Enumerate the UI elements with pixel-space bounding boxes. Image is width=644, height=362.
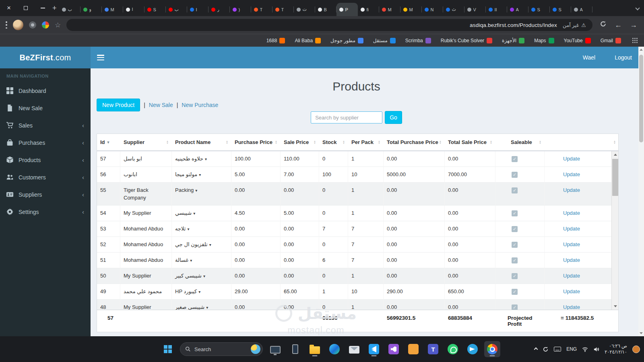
browser-tab[interactable]: V bbox=[464, 3, 486, 16]
back-button[interactable]: ← bbox=[613, 21, 623, 29]
taskbar-app-chrome[interactable] bbox=[484, 341, 500, 357]
product-dropdown-caret[interactable]: ▾ bbox=[198, 290, 200, 294]
browser-tab[interactable]: I bbox=[187, 3, 208, 16]
browser-tab[interactable]: M bbox=[102, 3, 123, 16]
saleable-checkbox[interactable]: ✓ bbox=[512, 187, 518, 193]
column-header-saleable[interactable]: Saleable▲▼ bbox=[495, 134, 545, 150]
bookmark-item[interactable]: Rubik's Cube Solver bbox=[441, 38, 492, 43]
app-logo[interactable]: BeZFirst.com bbox=[0, 47, 91, 68]
browser-tab[interactable]: T bbox=[272, 3, 294, 16]
browser-tab[interactable]: M bbox=[379, 3, 400, 16]
column-header-per_pack[interactable]: Per Pack▲▼ bbox=[348, 134, 384, 150]
table-scrollbar[interactable] bbox=[611, 151, 618, 310]
browser-tab[interactable]: ت bbox=[294, 3, 315, 16]
sidebar-item-customers[interactable]: Customers‹ bbox=[0, 169, 91, 186]
browser-tab[interactable]: ) bbox=[230, 3, 251, 16]
window-close-button[interactable]: × bbox=[6, 5, 12, 11]
browser-tab[interactable]: ث bbox=[443, 3, 464, 16]
window-minimize-button[interactable] bbox=[39, 5, 46, 11]
product-dropdown-caret[interactable]: ▾ bbox=[193, 211, 195, 216]
bookmark-item[interactable]: مطور جوجل bbox=[330, 38, 363, 43]
column-header-supplier[interactable]: Supplier▲▼ bbox=[120, 134, 172, 150]
product-dropdown-caret[interactable]: ▾ bbox=[203, 274, 205, 278]
tray-chevron-up-icon[interactable] bbox=[535, 346, 537, 352]
taskbar-app-edge[interactable] bbox=[326, 341, 343, 357]
browser-tab[interactable]: S bbox=[550, 3, 571, 16]
browser-tab[interactable]: S bbox=[528, 3, 550, 16]
new-tab-button[interactable]: + bbox=[52, 4, 57, 12]
taskbar-search[interactable]: Search bbox=[180, 342, 263, 356]
bookmark-item[interactable]: 1688 bbox=[266, 38, 285, 43]
tab-search-button[interactable] bbox=[636, 6, 639, 10]
browser-tab[interactable]: fi bbox=[358, 3, 379, 16]
tray-sync-icon[interactable] bbox=[543, 346, 549, 352]
bookmark-item[interactable]: الأجهزة bbox=[502, 38, 524, 43]
browser-tab[interactable]: A bbox=[507, 3, 528, 16]
saleable-checkbox[interactable]: ✓ bbox=[512, 257, 518, 263]
sidebar-item-purchases[interactable]: Purchases‹ bbox=[0, 134, 91, 151]
new-product-button[interactable]: New Product bbox=[97, 99, 140, 111]
supplier-search-input[interactable] bbox=[311, 111, 382, 123]
taskbar-app-vscode[interactable] bbox=[366, 341, 382, 357]
column-header-stock[interactable]: Stock▲▼ bbox=[319, 134, 348, 150]
language-indicator[interactable]: ENG bbox=[566, 346, 577, 352]
browser-tab[interactable]: ا bbox=[123, 3, 144, 16]
browser-tab-active[interactable]: P bbox=[336, 3, 358, 16]
bookmark-item[interactable]: Scrimba bbox=[405, 38, 431, 43]
saleable-checkbox[interactable]: ✓ bbox=[512, 226, 518, 232]
product-dropdown-caret[interactable]: ▾ bbox=[205, 157, 207, 161]
bookmark-item[interactable]: Gmail bbox=[601, 38, 621, 43]
column-header-product[interactable]: Product Name▲▼ bbox=[172, 134, 231, 150]
sidebar-item-sales[interactable]: Sales‹ bbox=[0, 117, 91, 134]
saleable-checkbox[interactable]: ✓ bbox=[512, 156, 518, 162]
update-link[interactable]: Update bbox=[563, 171, 580, 177]
update-link[interactable]: Update bbox=[563, 257, 580, 263]
new-purchase-link[interactable]: New Purchase bbox=[182, 102, 218, 108]
update-link[interactable]: Update bbox=[563, 156, 580, 162]
column-header-total_sale[interactable]: Total Sale Price▲▼ bbox=[445, 134, 495, 150]
taskbar-app-sql[interactable] bbox=[405, 341, 421, 357]
product-dropdown-caret[interactable]: ▾ bbox=[190, 258, 192, 263]
update-link[interactable]: Update bbox=[563, 288, 580, 294]
browser-tab[interactable]: ب bbox=[166, 3, 187, 16]
product-dropdown-caret[interactable]: ▾ bbox=[206, 305, 208, 310]
product-dropdown-caret[interactable]: ▾ bbox=[199, 173, 201, 177]
browser-menu-button[interactable] bbox=[6, 21, 7, 29]
saleable-checkbox[interactable]: ✓ bbox=[512, 210, 518, 216]
update-link[interactable]: Update bbox=[563, 241, 580, 247]
product-dropdown-caret[interactable]: ▾ bbox=[187, 227, 189, 231]
forward-button[interactable]: → bbox=[629, 21, 638, 29]
update-link[interactable]: Update bbox=[563, 187, 580, 193]
column-header-total_purchase[interactable]: Total Purchase Price▲▼ bbox=[384, 134, 445, 150]
security-chip[interactable]: غير آمن ⚠ bbox=[563, 22, 586, 28]
saleable-checkbox[interactable]: ✓ bbox=[512, 304, 518, 310]
wifi-icon[interactable] bbox=[582, 346, 588, 352]
page-scrollbar-thumb[interactable] bbox=[639, 55, 643, 142]
update-link[interactable]: Update bbox=[563, 226, 580, 232]
taskbar-app-visualstudio[interactable] bbox=[386, 341, 402, 357]
taskbar-app-phone[interactable] bbox=[287, 341, 303, 357]
browser-tab[interactable]: M bbox=[400, 3, 422, 16]
volume-icon[interactable] bbox=[593, 346, 599, 352]
reload-button[interactable] bbox=[598, 21, 608, 29]
bookmark-item[interactable]: Maps bbox=[534, 38, 554, 43]
bookmark-star-icon[interactable]: ☆ bbox=[55, 21, 61, 29]
taskbar-app-whatsapp[interactable] bbox=[445, 341, 461, 357]
new-sale-link[interactable]: New Sale bbox=[149, 102, 173, 108]
column-header-purchase[interactable]: Purchase Price▲▼ bbox=[231, 134, 281, 150]
browser-tab[interactable]: ب bbox=[59, 3, 80, 16]
hamburger-menu-icon[interactable] bbox=[97, 55, 104, 60]
sidebar-item-suppliers[interactable]: Suppliers‹ bbox=[0, 186, 91, 203]
clock[interactable]: ص ٠٦:٢٦ ٢٠٢٤/١٢/١٠ bbox=[605, 343, 627, 355]
window-maximize-button[interactable] bbox=[23, 5, 29, 11]
update-link[interactable]: Update bbox=[563, 210, 580, 216]
profile-avatar[interactable] bbox=[13, 20, 23, 30]
column-header-id[interactable]: Id▼ bbox=[97, 134, 120, 150]
address-bar[interactable]: asdiqa.bezfirst.com/Products/Index غير آ… bbox=[66, 19, 592, 31]
browser-tab[interactable]: ر bbox=[208, 3, 230, 16]
notification-badge[interactable] bbox=[632, 346, 640, 353]
apps-grid-icon[interactable] bbox=[632, 38, 638, 43]
saleable-checkbox[interactable]: ✓ bbox=[512, 273, 518, 279]
sidebar-item-settings[interactable]: Settings‹ bbox=[0, 203, 91, 220]
sidebar-item-new-sale[interactable]: New Sale bbox=[0, 99, 91, 117]
